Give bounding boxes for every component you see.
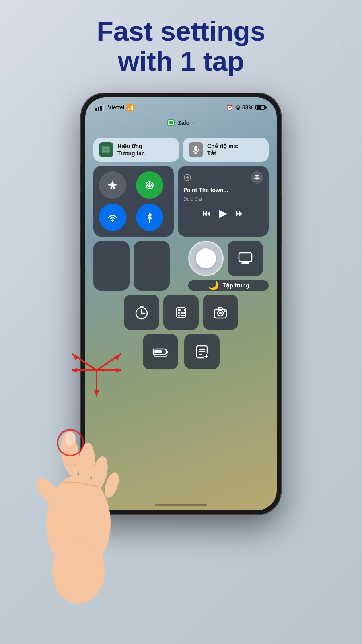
svg-rect-25 xyxy=(181,312,183,314)
connectivity-panel xyxy=(93,166,174,237)
panel1-subtitle: Tương tác xyxy=(117,150,145,157)
svg-rect-22 xyxy=(178,309,181,311)
location-icon: ◎ xyxy=(235,104,240,111)
carrier-label: Viettel xyxy=(108,104,125,111)
music-artist: Dojo Cat xyxy=(183,196,263,202)
headline-line1: Fast settings xyxy=(97,16,265,46)
music-title: Paint The town... xyxy=(183,187,263,193)
phone-frame: Viettel 📶 ⏰ ◎ 63% Zalo › xyxy=(80,93,282,515)
wifi-icon: 📶 xyxy=(127,104,135,111)
mobile-data-button[interactable] xyxy=(136,171,163,199)
svg-point-62 xyxy=(58,430,83,456)
focus-label: Tập trung xyxy=(223,282,249,289)
mic-text: Chế độ mic Tắt xyxy=(207,142,238,157)
svg-rect-28 xyxy=(181,315,183,316)
cc-row3-right-top xyxy=(188,241,269,276)
play-button[interactable]: ▶ xyxy=(219,207,227,219)
svg-rect-35 xyxy=(154,350,162,353)
zalo-icon xyxy=(167,119,175,126)
svg-point-61 xyxy=(64,431,76,446)
mic-panel[interactable]: Chế độ mic Tắt xyxy=(183,138,269,162)
brightness-panel: ☀ xyxy=(93,241,130,291)
airplane-button[interactable] xyxy=(99,171,126,199)
screen-mirror-button[interactable] xyxy=(228,241,263,276)
cc-row5 xyxy=(93,334,269,369)
panel2-title: Chế độ mic xyxy=(207,142,238,150)
svg-point-32 xyxy=(219,312,222,314)
status-bar: Viettel 📶 ⏰ ◎ 63% xyxy=(85,97,277,118)
svg-point-33 xyxy=(224,310,226,312)
brightness-knob[interactable] xyxy=(188,241,224,276)
calculator-button[interactable] xyxy=(163,295,199,330)
svg-rect-2 xyxy=(102,150,105,152)
svg-rect-17 xyxy=(241,262,249,264)
music-header xyxy=(183,171,263,184)
cc-right-col: 🌙 Tập trung xyxy=(188,241,269,291)
bluetooth-button[interactable] xyxy=(136,204,163,231)
cc-row1: Hiệu ứng Tương tác Chế độ m xyxy=(93,138,269,162)
camera-button[interactable] xyxy=(203,295,238,330)
svg-point-11 xyxy=(112,221,113,222)
hieuung-text: Hiệu ứng Tương tác xyxy=(117,142,145,157)
moon-icon: 🌙 xyxy=(208,280,219,291)
svg-marker-53 xyxy=(72,368,77,373)
svg-rect-0 xyxy=(102,147,105,149)
battery-icon xyxy=(255,105,267,110)
alarm-icon: ⏰ xyxy=(226,104,233,111)
headline-line2: with 1 tap xyxy=(118,46,244,76)
phone-btn-vol-up xyxy=(80,193,81,225)
notification-chevron: › xyxy=(193,120,194,126)
battery-widget-button[interactable] xyxy=(143,334,178,369)
svg-rect-3 xyxy=(106,150,109,152)
wifi-button[interactable] xyxy=(99,204,126,231)
svg-rect-36 xyxy=(166,351,168,353)
svg-rect-16 xyxy=(239,253,252,262)
phone-screen: Viettel 📶 ⏰ ◎ 63% Zalo › xyxy=(85,97,277,510)
svg-rect-29 xyxy=(183,315,185,316)
notes-widget-button[interactable] xyxy=(184,334,220,369)
svg-rect-24 xyxy=(178,312,180,314)
status-right: ⏰ ◎ 63% xyxy=(226,104,267,111)
svg-rect-27 xyxy=(178,315,180,316)
battery-percent: 63% xyxy=(242,104,253,111)
svg-rect-1 xyxy=(106,147,109,149)
panel1-title: Hiệu ứng xyxy=(117,142,145,150)
hieuung-icon xyxy=(99,142,113,157)
svg-rect-26 xyxy=(183,312,185,314)
control-center: Hiệu ứng Tương tác Chế độ m xyxy=(93,138,269,486)
svg-rect-5 xyxy=(194,146,197,151)
sliders-container: ☀ 🔊 xyxy=(93,241,184,291)
status-left: Viettel 📶 xyxy=(95,104,135,111)
phone-btn-vol-down xyxy=(80,233,81,266)
panel2-subtitle: Tắt xyxy=(207,150,238,157)
svg-rect-20 xyxy=(140,306,144,308)
music-panel[interactable]: Paint The town... Dojo Cat ⏮ ▶ ⏭ xyxy=(178,166,269,237)
volume-panel: 🔊 xyxy=(134,241,170,291)
mic-icon xyxy=(189,142,203,157)
next-button[interactable]: ⏭ xyxy=(235,208,244,219)
svg-point-58 xyxy=(32,474,65,509)
airplay-icon[interactable] xyxy=(251,171,263,184)
hieuung-panel[interactable]: Hiệu ứng Tương tác xyxy=(93,138,179,162)
focus-button[interactable]: 🌙 Tập trung xyxy=(188,280,269,291)
signal-bars xyxy=(95,105,104,111)
svg-point-14 xyxy=(186,176,189,179)
svg-point-15 xyxy=(256,178,258,180)
notification-app-label: Zalo xyxy=(178,120,189,126)
prev-button[interactable]: ⏮ xyxy=(202,208,211,219)
cc-row3: ☀ 🔊 xyxy=(93,241,269,291)
timer-button[interactable] xyxy=(124,295,159,330)
cc-row2: Paint The town... Dojo Cat ⏮ ▶ ⏭ xyxy=(93,166,269,237)
svg-point-54 xyxy=(58,431,83,478)
music-controls: ⏮ ▶ ⏭ xyxy=(183,207,263,219)
phone-btn-power xyxy=(281,197,282,246)
headline: Fast settings with 1 tap xyxy=(0,16,362,76)
notification-bar[interactable]: Zalo › xyxy=(85,117,277,129)
home-indicator xyxy=(155,504,207,506)
cc-row4 xyxy=(93,295,269,330)
svg-marker-45 xyxy=(72,354,78,360)
svg-point-60 xyxy=(52,539,105,604)
svg-rect-18 xyxy=(241,262,250,262)
svg-point-23 xyxy=(184,309,186,311)
phone-btn-silent xyxy=(80,165,81,185)
